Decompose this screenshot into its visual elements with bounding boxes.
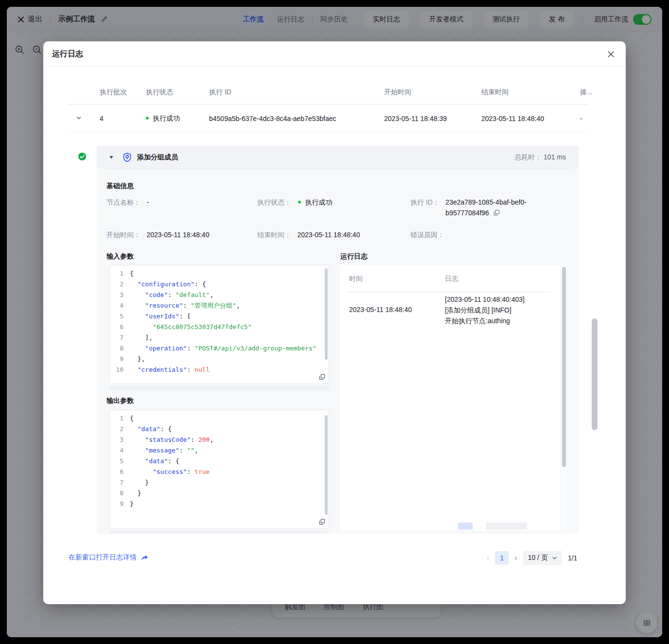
col-start-time: 开始时间 [384, 88, 411, 97]
output-params-heading: 输出参数 [106, 397, 134, 405]
horizontal-scrollbar[interactable] [109, 386, 329, 390]
page-size-select[interactable]: 10 / 页 [523, 551, 562, 565]
log-row-time: 2023-05-11 18:48:40 [349, 306, 412, 313]
modal-scrollbar-thumb[interactable] [592, 318, 598, 430]
collapse-caret-icon[interactable] [109, 156, 113, 159]
scrollbar-thumb[interactable] [325, 268, 328, 360]
cell-exec-id: b4509a5b-637e-4dc3-8c4a-aeb7e53bfaec [209, 115, 336, 122]
start-time-field: 开始时间： 2023-05-11 18:48:40 [106, 229, 209, 240]
cell-end-time: 2023-05-11 18:48:40 [481, 115, 544, 122]
run-log-heading: 运行日志 [340, 252, 368, 261]
exec-id-field: 执行 ID： 23e2a789-1085-4baf-bef0- b9577708… [410, 197, 550, 218]
success-dot-icon [146, 117, 149, 120]
cell-batch: 4 [100, 115, 104, 122]
duration-label: 总耗时： [514, 153, 542, 161]
exec-status-field: 执行状态： 执行成功 [257, 197, 332, 208]
cell-status: 执行成功 [146, 114, 180, 123]
open-log-detail-link[interactable]: 在新窗口打开日志详情 [69, 553, 149, 562]
node-duration: 总耗时： 101 ms [514, 153, 566, 162]
run-log-box: 时间 日志 2023-05-11 18:48:40 [2023-05-11 10… [340, 265, 567, 531]
status-text: 执行成功 [153, 114, 180, 122]
row-expander[interactable] [76, 115, 82, 122]
log-table-header: 执行批次 执行状态 执行 ID 开始时间 结束时间 操... [68, 80, 588, 104]
cell-operations: - [580, 115, 582, 122]
shield-node-icon [122, 152, 132, 162]
col-operations: 操... [580, 88, 593, 97]
scrollbar-thumb[interactable] [325, 415, 328, 515]
divider [106, 169, 569, 169]
screen: 退出 示例工作流 工作流 运行日志 同步历史 实时日志 开发者模式 测试执行 发… [0, 0, 669, 644]
node-title: 添加分组成员 [137, 153, 178, 162]
check-circle-icon [78, 152, 87, 163]
scrollbar-thumb[interactable] [562, 267, 566, 467]
col-end-time: 结束时间 [481, 88, 509, 97]
log-row-message: [2023-05-11 10:48:40:403] [添加分组成员] [INFO… [445, 294, 525, 326]
col-batch: 执行批次 [100, 88, 127, 97]
run-logs-modal: 运行日志 执行批次 执行状态 执行 ID 开始时间 结束时间 操... 4 执行… [43, 41, 626, 604]
success-dot-icon [298, 201, 301, 204]
modal-close-button[interactable] [605, 49, 616, 59]
node-name-field: 节点名称： - [106, 197, 149, 208]
end-time-field: 结束时间： 2023-05-11 18:48:40 [257, 229, 360, 240]
prev-page-icon[interactable]: ‹ [487, 554, 489, 562]
duration-value: 101 ms [544, 153, 566, 161]
next-page-icon[interactable]: › [514, 554, 517, 562]
table-row: 4 执行成功 b4509a5b-637e-4dc3-8c4a-aeb7e53bf… [68, 104, 588, 133]
chevron-down-icon [552, 556, 557, 561]
page-1-button[interactable]: 1 [495, 551, 509, 565]
log-col-log: 日志 [445, 275, 458, 283]
divider [348, 292, 552, 292]
error-reason-field: 错误原因： [410, 229, 448, 240]
node-panel-header: 添加分组成员 总耗时： 101 ms [97, 146, 579, 169]
input-params-heading: 输入参数 [106, 252, 134, 261]
page-total: 1/1 [568, 554, 577, 562]
share-forward-icon [141, 554, 149, 562]
node-detail-panel: 添加分组成员 总耗时： 101 ms 基础信息 节点名称： - 执行状态： 执行… [97, 146, 579, 534]
log-col-time: 时间 [349, 275, 363, 283]
cell-start-time: 2023-05-11 18:48:39 [384, 115, 447, 122]
clipped-page-button[interactable] [458, 522, 473, 530]
pagination: ‹ 1 › 10 / 页 1/1 [487, 551, 577, 565]
copy-icon[interactable] [319, 519, 325, 525]
close-icon [607, 51, 615, 58]
horizontal-scrollbar[interactable] [109, 531, 329, 534]
modal-header: 运行日志 [43, 41, 626, 67]
chevron-down-icon [76, 115, 82, 121]
basic-info-heading: 基础信息 [106, 182, 134, 191]
app-window: 退出 示例工作流 工作流 运行日志 同步历史 实时日志 开发者模式 测试执行 发… [7, 7, 662, 637]
clipped-size-select[interactable] [486, 522, 527, 530]
input-params-code[interactable]: 1{2 "configuration": {3 "code": "default… [109, 265, 329, 384]
copy-icon[interactable] [319, 374, 325, 380]
modal-title: 运行日志 [52, 49, 83, 59]
output-params-code[interactable]: 1{2 "data": {3 "statusCode": 200,4 "mess… [109, 410, 329, 529]
col-exec-id: 执行 ID [209, 88, 231, 97]
col-status: 执行状态 [146, 88, 173, 97]
scrollbar-track[interactable] [560, 265, 567, 531]
copy-icon[interactable] [493, 209, 500, 216]
